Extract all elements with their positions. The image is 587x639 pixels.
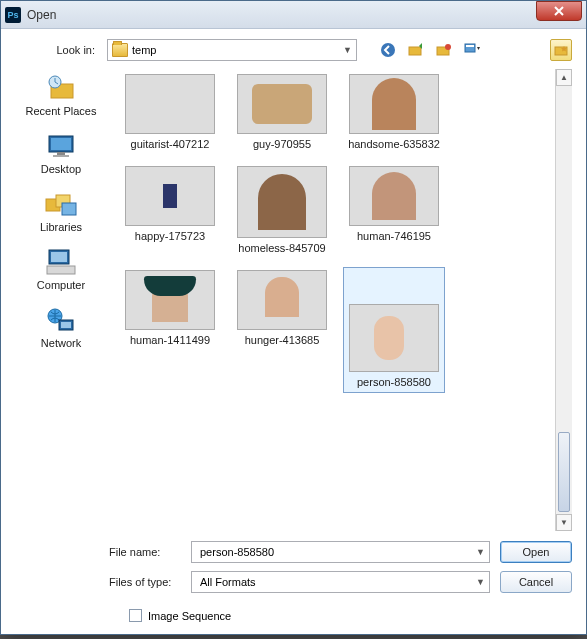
photoshop-icon: Ps — [5, 7, 21, 23]
desktop-icon — [44, 131, 78, 161]
open-button[interactable]: Open — [500, 541, 572, 563]
open-button-label: Open — [523, 546, 550, 558]
thumbnail-icon — [125, 270, 215, 330]
file-label: person-858580 — [346, 376, 442, 388]
file-item[interactable]: homeless-845709 — [231, 163, 333, 257]
computer-icon — [44, 247, 78, 277]
filetype-value: All Formats — [196, 576, 476, 588]
scroll-down-button[interactable]: ▼ — [556, 514, 572, 531]
file-list-area: guitarist-407212 guy-970955 handsome-635… — [117, 69, 572, 531]
back-icon — [379, 41, 397, 59]
svg-point-0 — [381, 43, 395, 57]
thumbnail-icon — [237, 270, 327, 330]
file-item[interactable]: human-746195 — [343, 163, 445, 257]
file-label: human-1411499 — [122, 334, 218, 346]
places-network[interactable]: Network — [41, 305, 81, 349]
file-item[interactable]: handsome-635832 — [343, 71, 445, 153]
dialog-body: Look in: temp ▼ — [1, 29, 586, 634]
chevron-down-icon: ▼ — [476, 547, 485, 557]
thumbnail-icon — [125, 74, 215, 134]
svg-rect-11 — [57, 152, 65, 155]
image-sequence-label: Image Sequence — [148, 610, 231, 622]
places-network-label: Network — [41, 337, 81, 349]
recent-places-icon — [44, 73, 78, 103]
thumbnail-icon — [237, 166, 327, 238]
back-button[interactable] — [377, 39, 399, 61]
lookin-label: Look in: — [45, 44, 95, 56]
svg-rect-10 — [51, 138, 71, 150]
thumbnail-icon — [125, 166, 215, 226]
places-bar: Recent Places Desktop Libraries — [15, 69, 107, 531]
scroll-track[interactable] — [556, 86, 572, 514]
file-label: homeless-845709 — [234, 242, 330, 254]
file-item[interactable]: guitarist-407212 — [119, 71, 221, 153]
svg-rect-18 — [47, 266, 75, 274]
places-libraries[interactable]: Libraries — [40, 189, 82, 233]
cancel-button[interactable]: Cancel — [500, 571, 572, 593]
svg-rect-21 — [61, 322, 71, 328]
file-item[interactable]: human-1411499 — [119, 267, 221, 393]
window-title: Open — [27, 8, 536, 22]
file-label: handsome-635832 — [346, 138, 442, 150]
chevron-down-icon: ▼ — [343, 45, 352, 55]
scroll-up-button[interactable]: ▲ — [556, 69, 572, 86]
svg-rect-12 — [53, 155, 69, 157]
svg-rect-15 — [62, 203, 76, 215]
file-label: happy-175723 — [122, 230, 218, 242]
places-computer[interactable]: Computer — [37, 247, 85, 291]
file-item[interactable]: guy-970955 — [231, 71, 333, 153]
svg-rect-17 — [51, 252, 67, 262]
file-label: guy-970955 — [234, 138, 330, 150]
filetype-dropdown[interactable]: All Formats ▼ — [191, 571, 490, 593]
file-label: hunger-413685 — [234, 334, 330, 346]
folder-star-icon — [554, 44, 568, 56]
filename-label: File name: — [109, 546, 181, 558]
places-desktop[interactable]: Desktop — [41, 131, 81, 175]
chevron-down-icon: ▼ — [476, 577, 485, 587]
places-libraries-label: Libraries — [40, 221, 82, 233]
cancel-button-label: Cancel — [519, 576, 553, 588]
svg-point-3 — [445, 44, 451, 50]
scroll-thumb[interactable] — [558, 432, 570, 512]
folder-new-icon — [435, 41, 453, 59]
file-thumbnails: guitarist-407212 guy-970955 handsome-635… — [117, 69, 572, 395]
filename-value: person-858580 — [196, 546, 476, 558]
file-label: human-746195 — [346, 230, 442, 242]
thumbnail-icon — [237, 74, 327, 134]
filetype-label: Files of type: — [109, 576, 181, 588]
close-button[interactable] — [536, 1, 582, 21]
close-icon — [553, 5, 565, 17]
places-computer-label: Computer — [37, 279, 85, 291]
thumbnail-icon — [349, 74, 439, 134]
new-folder-button[interactable] — [433, 39, 455, 61]
title-bar: Ps Open — [1, 1, 586, 29]
lookin-dropdown[interactable]: temp ▼ — [107, 39, 357, 61]
folder-icon — [112, 43, 128, 57]
network-icon — [44, 305, 78, 335]
places-recent[interactable]: Recent Places — [26, 73, 97, 117]
create-new-folder-button[interactable] — [550, 39, 572, 61]
svg-rect-5 — [466, 45, 474, 47]
file-item-selected[interactable]: person-858580 — [343, 267, 445, 393]
places-desktop-label: Desktop — [41, 163, 81, 175]
thumbnail-icon — [349, 304, 439, 372]
file-item[interactable]: happy-175723 — [119, 163, 221, 257]
view-menu-button[interactable] — [461, 39, 483, 61]
image-sequence-checkbox[interactable] — [129, 609, 142, 622]
view-icon — [463, 41, 481, 59]
up-one-level-button[interactable] — [405, 39, 427, 61]
places-recent-label: Recent Places — [26, 105, 97, 117]
folder-up-icon — [407, 41, 425, 59]
open-dialog: Ps Open Look in: temp ▼ — [0, 0, 587, 635]
file-item[interactable]: hunger-413685 — [231, 267, 333, 393]
thumbnail-icon — [349, 166, 439, 226]
libraries-icon — [44, 189, 78, 219]
lookin-value: temp — [132, 44, 339, 56]
file-label: guitarist-407212 — [122, 138, 218, 150]
bottom-controls: File name: person-858580 ▼ Open Files of… — [15, 541, 572, 622]
filename-input[interactable]: person-858580 ▼ — [191, 541, 490, 563]
svg-rect-1 — [409, 47, 421, 55]
lookin-row: Look in: temp ▼ — [15, 39, 572, 61]
vertical-scrollbar[interactable]: ▲ ▼ — [555, 69, 572, 531]
